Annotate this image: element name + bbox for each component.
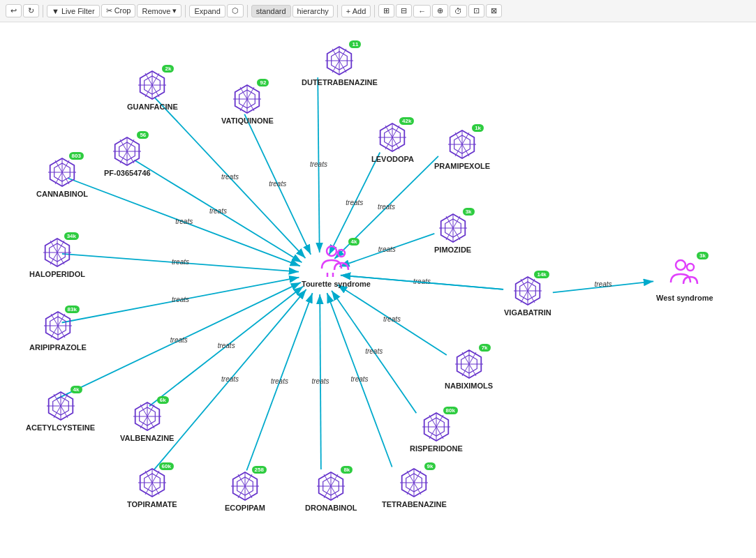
dutetrabenazine-badge: 11 bbox=[349, 40, 361, 48]
vigabatrin-node[interactable]: 14kVIGABATRIN bbox=[504, 275, 551, 317]
vigabatrin-label: VIGABATRIN bbox=[504, 308, 551, 317]
west-syndrome-node[interactable]: 3k West syndrome bbox=[656, 256, 713, 302]
nabiximols-node[interactable]: 7kNABIXIMOLS bbox=[445, 348, 493, 390]
topiramate-node[interactable]: 60kTOPIRAMATE bbox=[127, 467, 177, 508]
tetrabenazine-label: TETRABENAZINE bbox=[382, 500, 447, 508]
guanfacine-label: GUANFACINE bbox=[127, 103, 178, 111]
dronabinol-node[interactable]: 8kDRONABINOL bbox=[305, 470, 357, 512]
svg-text:treats: treats bbox=[170, 336, 188, 344]
ecopipam-node[interactable]: 258ECOPIPAM bbox=[225, 470, 265, 512]
ecopipam-badge: 258 bbox=[252, 466, 267, 474]
pramipexole-label: PRAMIPEXOLE bbox=[434, 162, 490, 170]
live-filter-button[interactable]: ▼ Live Filter bbox=[47, 5, 100, 17]
globe-icon: ⊕ bbox=[437, 6, 443, 15]
svg-line-25 bbox=[57, 282, 301, 399]
tetrabenazine-badge: 9k bbox=[424, 462, 436, 470]
svg-text:treats: treats bbox=[383, 315, 401, 323]
pin-button[interactable]: ⬡ bbox=[227, 4, 244, 17]
separator-4 bbox=[337, 5, 338, 17]
table-button[interactable]: ⊟ bbox=[396, 4, 412, 17]
pimozide-node[interactable]: 3kPIMOZIDE bbox=[434, 212, 471, 254]
redo-icon: ↻ bbox=[28, 6, 34, 15]
svg-line-39 bbox=[553, 281, 653, 292]
svg-point-46 bbox=[676, 260, 685, 270]
dutetrabenazine-label: DUTETRABENAZINE bbox=[302, 78, 378, 86]
svg-text:treats: treats bbox=[172, 258, 189, 266]
svg-text:treats: treats bbox=[221, 375, 239, 383]
hierarchy-button[interactable]: hierarchy bbox=[292, 5, 334, 17]
acetylcysteine-node[interactable]: 4kACETYLCYSTEINE bbox=[26, 390, 95, 432]
dutetrabenazine-node[interactable]: 11DUTETRABENAZINE bbox=[302, 45, 378, 86]
undo-icon: ↩ bbox=[10, 6, 17, 15]
cannabinol-node[interactable]: 803CANNABINOL bbox=[36, 156, 88, 198]
svg-line-3 bbox=[244, 114, 311, 255]
crop-button[interactable]: ✂ Crop bbox=[101, 4, 136, 17]
valbenazine-label: VALBENAZINE bbox=[120, 434, 174, 442]
svg-line-21 bbox=[62, 278, 299, 323]
svg-text:treats: treats bbox=[378, 203, 395, 211]
aripiprazole-label: ARIPIPRAZOLE bbox=[29, 343, 87, 352]
svg-point-42 bbox=[327, 246, 336, 256]
valbenazine-node[interactable]: 6kVALBENAZINE bbox=[120, 400, 174, 442]
graph-area[interactable]: treatstreatstreatstreatstreatstreatstrea… bbox=[0, 22, 756, 558]
svg-line-27 bbox=[149, 286, 303, 406]
vatiquinone-badge: 92 bbox=[257, 79, 269, 86]
vatiquinone-node[interactable]: 92VATIQUINONE bbox=[221, 83, 274, 125]
svg-text:treats: treats bbox=[351, 375, 369, 383]
svg-text:treats: treats bbox=[378, 246, 396, 253]
tourette-syndrome-node[interactable]: 4k Tourette syndrome bbox=[302, 242, 371, 288]
svg-line-17 bbox=[62, 254, 299, 272]
svg-line-29 bbox=[332, 291, 416, 414]
table-icon: ⊟ bbox=[401, 6, 407, 15]
west-badge: 3k bbox=[697, 252, 709, 259]
redo-button[interactable]: ↻ bbox=[23, 4, 39, 17]
valbenazine-badge: 6k bbox=[157, 396, 169, 404]
tetrabenazine-node[interactable]: 9kTETRABENAZINE bbox=[382, 467, 447, 508]
svg-text:treats: treats bbox=[595, 280, 612, 288]
export-icon: ⊠ bbox=[491, 6, 497, 15]
dronabinol-badge: 8k bbox=[341, 466, 353, 474]
expand-button[interactable]: Expand bbox=[189, 5, 225, 17]
aripiprazole-node[interactable]: 83kARIPIPRAZOLE bbox=[29, 310, 87, 352]
levodopa-badge: 42k bbox=[399, 117, 414, 125]
separator-5 bbox=[374, 5, 375, 17]
filter-icon: ▼ bbox=[52, 7, 59, 15]
svg-line-13 bbox=[68, 178, 299, 266]
risperidone-label: RISPERIDONE bbox=[410, 444, 463, 453]
export-button[interactable]: ⊠ bbox=[486, 4, 502, 17]
haloperidol-label: HALOPERIDOL bbox=[29, 270, 85, 278]
pramipexole-node[interactable]: 1kPRAMIPEXOLE bbox=[434, 128, 490, 170]
layout-icon: ⊡ bbox=[473, 6, 480, 15]
svg-text:treats: treats bbox=[209, 207, 227, 215]
haloperidol-badge: 34k bbox=[64, 232, 79, 240]
west-label: West syndrome bbox=[656, 294, 713, 302]
back-button[interactable]: ← bbox=[413, 5, 431, 17]
svg-text:treats: treats bbox=[271, 377, 288, 385]
risperidone-badge: 80k bbox=[443, 407, 458, 414]
svg-line-23 bbox=[337, 285, 447, 355]
svg-text:treats: treats bbox=[413, 278, 431, 285]
remove-button[interactable]: Remove ▾ bbox=[137, 4, 181, 17]
guanfacine-node[interactable]: 2kGUANFACINE bbox=[127, 69, 178, 111]
standard-label: standard bbox=[256, 7, 286, 15]
layout-button[interactable]: ⊡ bbox=[468, 4, 484, 17]
pf-03654746-node[interactable]: 56PF-03654746 bbox=[104, 135, 151, 177]
clock-button[interactable]: ⏱ bbox=[450, 5, 467, 17]
svg-text:treats: treats bbox=[346, 199, 363, 206]
live-filter-label: Live Filter bbox=[61, 7, 95, 15]
levodopa-node[interactable]: 42kLEVODOPA bbox=[371, 121, 414, 163]
hierarchy-label: hierarchy bbox=[297, 7, 329, 15]
haloperidol-node[interactable]: 34kHALOPERIDOL bbox=[29, 236, 85, 278]
ecopipam-label: ECOPIPAM bbox=[225, 504, 265, 512]
crop-label: ✂ Crop bbox=[106, 6, 131, 15]
back-icon: ← bbox=[418, 7, 426, 15]
add-button[interactable]: + Add bbox=[341, 5, 371, 17]
svg-line-5 bbox=[318, 77, 319, 252]
aripiprazole-badge: 83k bbox=[65, 306, 80, 313]
levodopa-label: LEVODOPA bbox=[371, 155, 414, 163]
risperidone-node[interactable]: 80kRISPERIDONE bbox=[410, 411, 463, 453]
undo-button[interactable]: ↩ bbox=[6, 4, 22, 17]
globe-button[interactable]: ⊕ bbox=[432, 4, 448, 17]
standard-button[interactable]: standard bbox=[251, 5, 291, 17]
grid-button[interactable]: ⊞ bbox=[378, 4, 394, 17]
